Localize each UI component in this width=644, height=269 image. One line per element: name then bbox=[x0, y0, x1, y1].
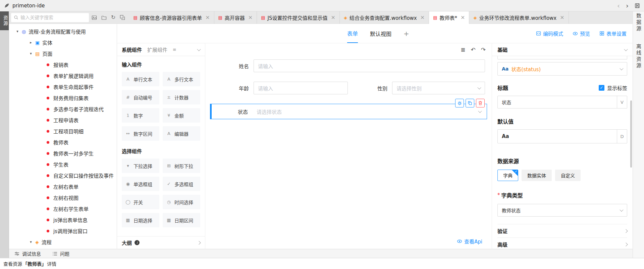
palette-item-number[interactable]: 1数字 bbox=[122, 108, 159, 123]
tree-item[interactable]: 教师表一对多学生 bbox=[9, 148, 117, 159]
tree-item[interactable]: 左树右学生表单 bbox=[9, 203, 117, 214]
collapse-panels-icon[interactable] bbox=[120, 15, 125, 20]
advanced-section-header[interactable]: 高级 bbox=[497, 237, 627, 249]
undo-icon[interactable]: ↶ bbox=[471, 46, 476, 53]
tree-item[interactable]: 表单生命周起事件 bbox=[9, 81, 117, 92]
tab-default-view[interactable]: 默认视图 bbox=[370, 24, 391, 43]
file-tab[interactable]: ▤ 高开容器 × bbox=[214, 11, 257, 24]
new-folder-icon[interactable] bbox=[101, 15, 107, 20]
tab-form[interactable]: 表单 bbox=[347, 24, 358, 43]
datasource-custom-button[interactable]: 自定义 bbox=[555, 170, 581, 181]
age-input-widget[interactable]: 请输入 bbox=[254, 82, 348, 94]
tree-item[interactable]: 工程申请表 bbox=[9, 115, 117, 126]
palette-item-tree-select[interactable]: ⊞树形下拉 bbox=[163, 159, 200, 173]
close-icon[interactable]: × bbox=[331, 15, 335, 20]
tree-item[interactable]: 工程项目明细 bbox=[9, 126, 117, 137]
selected-status-widget[interactable]: 状态 请选择状态 bbox=[210, 104, 487, 119]
field-row-name[interactable]: 姓名 请输入 bbox=[210, 59, 485, 72]
palette-tab-system[interactable]: 系统组件 bbox=[122, 46, 142, 53]
dict-type-select[interactable]: 教师状态 bbox=[497, 204, 627, 217]
save-icon[interactable] bbox=[635, 3, 640, 8]
dock-tab-offline-resources[interactable]: 离线资源 bbox=[635, 44, 642, 69]
palette-item-switch[interactable]: ◯开关 bbox=[122, 195, 159, 209]
caret-right-icon[interactable]: ▸ bbox=[29, 40, 33, 45]
palette-item-date-picker[interactable]: ▦日期选择 bbox=[122, 213, 159, 227]
resource-search[interactable] bbox=[11, 13, 89, 22]
palette-item-multi-line-text[interactable]: A多行文本 bbox=[163, 72, 200, 86]
tree-item[interactable]: 教师表 bbox=[9, 137, 117, 148]
dock-tab-datasource[interactable]: 数据源 bbox=[635, 13, 642, 32]
dynamic-bind-button[interactable]: D bbox=[617, 130, 627, 143]
palette-menu-icon[interactable]: ≡ bbox=[173, 47, 176, 52]
tree-group-pages[interactable]: ▾ ▤ 页面 bbox=[9, 48, 117, 59]
caret-down-icon[interactable]: ▾ bbox=[29, 51, 33, 56]
caret-down-icon[interactable]: ▾ bbox=[29, 240, 33, 244]
nav-forward-icon[interactable]: › bbox=[626, 2, 629, 9]
palette-item-time-picker[interactable]: ◷时间选择 bbox=[163, 195, 200, 209]
title-input[interactable]: 状态 V bbox=[497, 96, 627, 108]
palette-tab-extend[interactable]: 扩展组件 bbox=[147, 46, 167, 53]
dock-tab-resources[interactable]: 资源 bbox=[0, 11, 9, 30]
tree-item[interactable]: 多选参与者子流程迭代 bbox=[9, 103, 117, 115]
collapse-palette-icon[interactable] bbox=[197, 47, 201, 51]
validation-section-header[interactable]: 验证 bbox=[497, 224, 627, 237]
file-tab[interactable]: ▤ 顾客信息-资源容器引用表单 × bbox=[129, 11, 214, 24]
file-tab[interactable]: ◈ 业务环节修改流程表单.workflowx × bbox=[469, 11, 569, 24]
gender-select-widget[interactable]: 请选择性别 bbox=[392, 82, 485, 94]
tree-item[interactable]: 财务费用归集表 bbox=[9, 92, 117, 103]
search-input[interactable] bbox=[20, 15, 86, 20]
code-mode-button[interactable]: 编码模式 bbox=[536, 30, 563, 37]
widget-delete-button[interactable] bbox=[476, 99, 485, 107]
widget-copy-button[interactable] bbox=[466, 99, 474, 107]
tree-item[interactable]: js弹出表单信息 bbox=[9, 214, 117, 225]
field-selector[interactable]: Aa 状态(status) bbox=[497, 62, 627, 76]
default-value-input[interactable]: Aa D bbox=[497, 129, 627, 143]
preview-button[interactable]: 预览 bbox=[573, 30, 590, 37]
palette-item-radio-group[interactable]: ◉单选框组 bbox=[122, 177, 159, 191]
palette-item-amount[interactable]: ¥金额 bbox=[163, 108, 200, 123]
palette-item-dropdown[interactable]: ▾下拉选择 bbox=[122, 159, 159, 173]
variable-bind-button[interactable]: V bbox=[617, 96, 627, 108]
tree-item[interactable]: 自定义窗口操作按钮及事件 bbox=[9, 170, 117, 181]
tree-group-process[interactable]: ▾ ◈ 流程 bbox=[9, 236, 117, 248]
redo-icon[interactable]: ↷ bbox=[481, 46, 486, 53]
tree-item[interactable]: 左树右表单 bbox=[9, 181, 117, 192]
form-settings-button[interactable]: 表单设置 bbox=[599, 30, 627, 37]
close-icon[interactable]: × bbox=[420, 15, 425, 20]
palette-item-editor[interactable]: A编辑器 bbox=[163, 126, 200, 141]
palette-item-number-range[interactable]: ↔数字区间 bbox=[122, 126, 159, 141]
tree-root[interactable]: ▾ ◎ 流程-业务流程配置与使用 bbox=[9, 26, 117, 37]
close-icon[interactable]: × bbox=[461, 15, 465, 20]
palette-item-counter[interactable]: ±计数器 bbox=[163, 90, 200, 104]
tree-item[interactable]: js调用弹出窗口 bbox=[9, 225, 117, 236]
palette-item-auto-number[interactable]: #自动编号 bbox=[122, 90, 159, 104]
show-label-checkbox[interactable]: ✓ bbox=[599, 85, 604, 91]
datasource-entity-button[interactable]: 数据实体 bbox=[522, 170, 552, 181]
view-api-link[interactable]: 查看Api bbox=[457, 238, 482, 245]
status-select-widget[interactable]: 请选择状态 bbox=[253, 105, 487, 118]
palette-item-checkbox-group[interactable]: ✓多选框组 bbox=[163, 177, 200, 191]
refresh-icon[interactable]: ↻ bbox=[111, 15, 115, 20]
caret-down-icon[interactable]: ▾ bbox=[15, 29, 20, 34]
tree-item[interactable]: 报销表 bbox=[9, 59, 117, 70]
close-icon[interactable]: × bbox=[560, 15, 564, 20]
nav-back-icon[interactable]: ‹ bbox=[617, 2, 620, 9]
problems-tab[interactable]: 问题 bbox=[52, 250, 69, 257]
debug-info-tab[interactable]: 调试信息 bbox=[14, 250, 41, 257]
file-tab[interactable]: ◈ 结合业务查询配置.workflowx × bbox=[340, 11, 429, 24]
file-tab[interactable]: ▤ JS设置控件提交值和显示值 × bbox=[257, 11, 340, 24]
basic-section-header[interactable]: 基础 bbox=[492, 43, 633, 56]
tree-item[interactable]: 左树右视图 bbox=[9, 192, 117, 203]
datasource-dict-button[interactable]: 字典 ✓ bbox=[497, 170, 518, 181]
name-input-widget[interactable]: 请输入 bbox=[254, 59, 485, 72]
add-view-button[interactable]: + bbox=[404, 24, 409, 43]
scrollbar-thumb[interactable] bbox=[630, 100, 632, 168]
sort-fields-icon[interactable]: ≣ bbox=[461, 46, 465, 53]
tree-group-entity[interactable]: ▸ ▣ 实体 bbox=[9, 37, 117, 48]
outline-section[interactable]: 大纲 i bbox=[117, 236, 205, 249]
tree-item[interactable]: 学生表 bbox=[9, 159, 117, 170]
palette-item-single-line-text[interactable]: A单行文本 bbox=[122, 72, 159, 86]
tree-item[interactable]: 表单扩展逻辑调用 bbox=[9, 70, 117, 81]
palette-item-date-range[interactable]: ▦日期区间 bbox=[163, 213, 200, 227]
file-tab-active[interactable]: ▤ 教师表* × bbox=[429, 11, 469, 24]
